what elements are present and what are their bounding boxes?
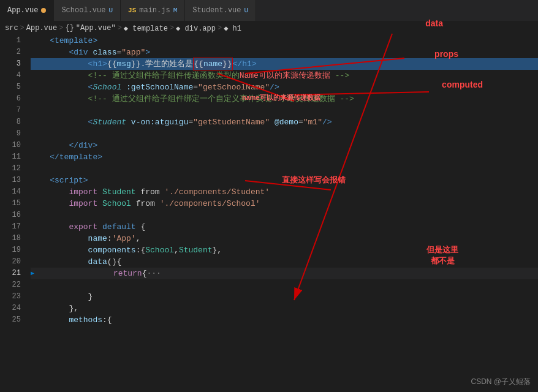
ln-13: 13 bbox=[0, 175, 21, 186]
code-l5-close: /> bbox=[270, 81, 279, 93]
ln-20: 20 bbox=[0, 256, 21, 268]
code-l14-student: Student bbox=[102, 186, 136, 198]
code-l15-school: School bbox=[102, 198, 131, 209]
bc-app-vue[interactable]: App.vue bbox=[26, 24, 57, 32]
code-l21-dots: ··· bbox=[146, 268, 161, 279]
ln-17: 17 bbox=[0, 221, 21, 233]
code-l11: </template> bbox=[31, 151, 102, 163]
tab-app-vue[interactable]: App.vue bbox=[0, 0, 54, 21]
code-l8-sp bbox=[126, 116, 131, 128]
bc-sep2: > bbox=[59, 24, 63, 32]
code-l8-open: < bbox=[31, 116, 93, 128]
code-line-14: import Student from './components/Studen… bbox=[31, 186, 538, 198]
code-line-6: <!-- 通过父组件给子组件绑定一个自定义事件实现：子给父传递数据 --> bbox=[31, 93, 538, 105]
code-l5-schoolname: School bbox=[93, 81, 121, 93]
code-l8-eq1: = bbox=[188, 116, 193, 128]
collapse-arrow-icon: ▶ bbox=[31, 268, 34, 279]
code-l20-paren: (){ bbox=[107, 256, 121, 268]
code-line-7 bbox=[31, 105, 538, 116]
ln-18: 18 bbox=[0, 233, 21, 244]
bc-braces[interactable]: {} bbox=[65, 24, 74, 32]
code-l18-name: name bbox=[31, 233, 107, 244]
tab-school-vue-label: School.vue bbox=[61, 6, 105, 15]
code-l3-open1: {{ bbox=[107, 58, 117, 70]
code-l19-close: }, bbox=[212, 244, 222, 256]
code-l14-from: from bbox=[136, 186, 165, 198]
code-l3-msg: msg bbox=[116, 58, 131, 70]
code-l21-brace: { bbox=[142, 268, 147, 279]
ln-7: 7 bbox=[0, 105, 21, 116]
code-l15-path: './components/School' bbox=[160, 198, 260, 209]
ln-19: 19 bbox=[0, 244, 21, 256]
code-l2-attr: class bbox=[93, 47, 116, 58]
code-l8-eq2: = bbox=[298, 116, 303, 128]
tab-school-vue-indicator: U bbox=[108, 7, 113, 14]
code-l2-val: "app" bbox=[121, 47, 145, 58]
ln-25: 25 bbox=[0, 314, 21, 326]
code-line-20: data(){ bbox=[31, 256, 538, 268]
bc-template[interactable]: ◆ template bbox=[124, 24, 168, 33]
code-l8-student: Student bbox=[93, 116, 126, 128]
code-line-17: export default { bbox=[31, 221, 538, 233]
code-l17-export: export bbox=[31, 221, 102, 233]
code-l18-colon: : bbox=[107, 233, 112, 244]
code-l14-path: './components/Student' bbox=[164, 186, 270, 198]
code-area[interactable]: <template> <div class="app"> <h1>{{msg}}… bbox=[26, 35, 538, 392]
bc-h1[interactable]: ◆ h1 bbox=[224, 24, 241, 33]
code-line-2: <div class="app"> bbox=[31, 47, 538, 58]
code-l23: } bbox=[31, 291, 93, 303]
code-l19-student: Student bbox=[179, 244, 213, 256]
code-line-15: import School from './components/School' bbox=[31, 198, 538, 209]
line-numbers: 1 2 3 4 5 6 7 8 9 10 11 12 13 14 15 16 1… bbox=[0, 35, 26, 392]
code-line-13: <script> bbox=[31, 175, 538, 186]
bc-sep5: > bbox=[218, 24, 222, 32]
code-line-23: } bbox=[31, 291, 538, 303]
code-line-16 bbox=[31, 209, 538, 221]
code-l17-brace: { bbox=[136, 221, 146, 233]
code-l8-val1: "getStudentName" bbox=[193, 116, 270, 128]
code-l3-close1: }} bbox=[131, 58, 141, 70]
ln-3: 3 bbox=[0, 58, 21, 70]
tab-app-vue-label: App.vue bbox=[7, 6, 38, 15]
code-l20-data: data bbox=[31, 256, 107, 268]
ln-1: 1 bbox=[0, 35, 21, 47]
watermark: CSDN @子乂鲲落 bbox=[471, 377, 531, 387]
code-l18-val: 'App' bbox=[112, 233, 136, 244]
code-line-10: </div> bbox=[31, 140, 538, 151]
tab-school-vue[interactable]: School.vue U bbox=[54, 0, 121, 21]
ln-9: 9 bbox=[0, 128, 21, 140]
code-l15-from: from bbox=[131, 198, 160, 209]
code-line-3: <h1>{{msg}}.学生的姓名是{{name}}</h1> bbox=[31, 58, 538, 70]
code-l5-attr: :getSchoolName bbox=[126, 81, 193, 93]
code-line-12 bbox=[31, 163, 538, 175]
tab-main-js[interactable]: JS main.js M bbox=[121, 0, 185, 21]
code-l3-h1open: <h1> bbox=[31, 58, 107, 70]
bc-app-vue-2[interactable]: "App.vue" bbox=[76, 24, 116, 32]
bc-src[interactable]: src bbox=[5, 24, 18, 32]
code-l25-methods: methods bbox=[31, 314, 102, 326]
code-l10: </div> bbox=[31, 140, 97, 151]
code-l25-colon: :{ bbox=[102, 314, 112, 326]
code-l3-close2: }} bbox=[222, 59, 232, 69]
code-line-21: ▶ return{··· bbox=[31, 268, 538, 279]
ln-15: 15 bbox=[0, 198, 21, 209]
code-l15-import: import bbox=[31, 198, 102, 209]
code-line-19: components:{School,Student}, bbox=[31, 244, 538, 256]
bc-sep3: > bbox=[118, 24, 122, 32]
tab-student-vue[interactable]: Student.vue U bbox=[185, 0, 256, 21]
bc-div-app[interactable]: ◆ div.app bbox=[176, 24, 216, 33]
code-line-24: }, bbox=[31, 303, 538, 314]
tab-student-vue-indicator: U bbox=[244, 7, 249, 14]
code-l8-close: /> bbox=[322, 116, 332, 128]
code-line-11: </template> bbox=[31, 151, 538, 163]
tab-student-vue-label: Student.vue bbox=[192, 6, 241, 15]
code-line-8: <Student v-on:atguigu="getStudentName" @… bbox=[31, 116, 538, 128]
code-line-4: <!-- 通过父组件给子组件传递函数类型的Name可以的来源传递数据 --> bbox=[31, 70, 538, 81]
code-l19-school: School bbox=[145, 244, 174, 256]
code-l19-components: components bbox=[31, 244, 136, 256]
tab-main-js-lang: JS bbox=[128, 7, 136, 14]
ln-4: 4 bbox=[0, 70, 21, 81]
code-l5-sp bbox=[121, 81, 126, 93]
ln-10: 10 bbox=[0, 140, 21, 151]
tab-bar: App.vue School.vue U JS main.js M Studen… bbox=[0, 0, 538, 21]
